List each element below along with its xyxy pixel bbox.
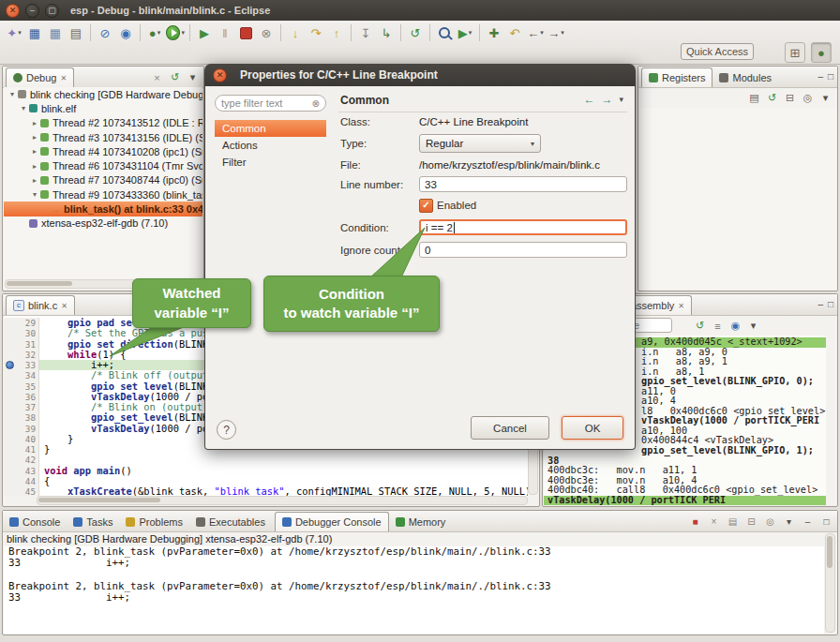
tab-registers[interactable]: Registers [641, 67, 712, 87]
tree-expander-icon[interactable]: ▾ [19, 104, 28, 112]
suspend-icon[interactable]: ‖ [216, 23, 234, 42]
tree-expander-icon[interactable]: ▸ [30, 147, 39, 156]
ok-button[interactable]: OK [562, 416, 623, 440]
skip-all-breakpoints-icon[interactable]: ⊘ [96, 23, 114, 42]
debug-tree-item[interactable]: →blink_task() at blink.c:33 0x400db [4, 202, 202, 216]
editor-gutter[interactable] [4, 318, 16, 328]
pin-view-icon[interactable]: ◎ [801, 91, 815, 105]
run-icon[interactable]: ▾ [166, 23, 185, 42]
show-source-icon[interactable]: ≡ [711, 319, 725, 333]
view-menu-icon[interactable]: ▾ [746, 319, 760, 333]
breakpoint-icon[interactable] [6, 361, 14, 369]
dialog-sidebar-item-common[interactable]: Common [215, 120, 326, 137]
restart-icon[interactable]: ↺ [406, 23, 425, 42]
tab-modules[interactable]: Modules [712, 67, 778, 87]
close-icon[interactable]: ✕ [60, 74, 67, 82]
console-vscroll-thumb[interactable] [827, 536, 832, 568]
editor-gutter[interactable] [4, 339, 16, 350]
quick-access-button[interactable]: Quick Access [681, 43, 754, 60]
dialog-close-icon[interactable]: ✕ [213, 68, 227, 82]
section-menu-icon[interactable]: ▾ [619, 95, 623, 104]
collapse-all-icon[interactable]: ⊟ [783, 91, 797, 105]
close-icon[interactable]: ✕ [61, 302, 68, 310]
pin-console-icon[interactable]: ◎ [763, 515, 777, 529]
refresh-registers-icon[interactable]: ↺ [765, 91, 779, 105]
tree-expander-icon[interactable]: ▸ [30, 133, 39, 142]
editor-gutter[interactable] [4, 360, 16, 370]
help-button[interactable]: ? [217, 420, 236, 440]
remove-all-terminated-icon[interactable]: × [150, 70, 164, 84]
console-output[interactable]: Breakpoint 2, blink_task (pvParameter=0x… [4, 546, 824, 634]
dialog-sidebar-item-actions[interactable]: Actions [215, 137, 326, 154]
window-minimize-icon[interactable]: – [25, 4, 39, 18]
editor-gutter[interactable] [4, 350, 16, 360]
clear-console-icon[interactable]: ▤ [726, 515, 740, 529]
tree-expander-icon[interactable]: ▾ [8, 90, 17, 98]
minimize-view-icon[interactable]: – [818, 299, 823, 309]
forward-icon[interactable]: →▾ [547, 23, 565, 42]
minimize-view-icon[interactable]: – [801, 515, 815, 529]
debug-tree[interactable]: ▾blink checking [GDB Hardware Debug▾blin… [4, 87, 202, 279]
tab-blink-c[interactable]: c blink.c ✕ [6, 295, 75, 315]
clear-filter-icon[interactable]: ⊗ [312, 98, 320, 109]
enabled-checkbox[interactable]: ✓ [419, 199, 433, 213]
tree-expander-icon[interactable]: ▸ [30, 162, 39, 171]
tab-tasks[interactable]: Tasks [67, 512, 119, 531]
editor-gutter[interactable] [4, 434, 16, 444]
maximize-view-icon[interactable]: □ [828, 71, 833, 82]
editor-gutter[interactable] [4, 412, 16, 423]
tree-expander-icon[interactable]: ▾ [30, 190, 39, 199]
step-return-icon[interactable]: ↑ [327, 23, 346, 42]
editor-gutter[interactable] [4, 370, 16, 381]
tab-debugger-console[interactable]: Debugger Console [275, 512, 389, 531]
drop-to-frame-icon[interactable]: ↧ [356, 23, 375, 42]
type-dropdown[interactable]: Regular ▾ [419, 134, 541, 153]
external-tools-icon[interactable]: ▶▾ [456, 23, 474, 42]
back-icon[interactable]: ←▾ [526, 23, 545, 42]
registers-content[interactable] [639, 108, 836, 290]
debug-tree-item[interactable]: xtensa-esp32-elf-gdb (7.10) [4, 216, 202, 231]
editor-gutter[interactable] [4, 476, 16, 486]
disconnect-icon[interactable]: ⊗ [257, 23, 276, 42]
editor-gutter[interactable] [4, 424, 16, 434]
editor-gutter[interactable] [4, 392, 16, 402]
debug-tree-item[interactable]: ▾blink.elf [4, 101, 202, 115]
restart-session-icon[interactable]: ↺ [168, 70, 182, 84]
editor-gutter[interactable] [4, 455, 16, 465]
remove-launch-icon[interactable]: × [707, 515, 721, 529]
debug-tree-item[interactable]: ▾blink checking [GDB Hardware Debug [4, 87, 202, 101]
tab-memory[interactable]: Memory [389, 512, 453, 531]
resume-icon[interactable]: ▶ [195, 23, 214, 42]
forward-icon[interactable]: → [601, 93, 612, 106]
track-expression-icon[interactable]: ◉ [728, 319, 742, 333]
debug-perspective-icon[interactable]: ● [811, 42, 832, 63]
maximize-view-icon[interactable]: □ [819, 515, 833, 529]
tab-problems[interactable]: Problems [119, 512, 188, 531]
open-perspective-icon[interactable]: ⊞ [785, 42, 805, 63]
debug-tree-item[interactable]: ▸Thread #6 1073431104 (Tmr Svc) (S [4, 158, 202, 172]
minimize-view-icon[interactable]: – [818, 71, 823, 82]
step-over-icon[interactable]: ↷ [307, 23, 325, 42]
scroll-lock-icon[interactable]: ⊟ [744, 515, 758, 529]
window-maximize-icon[interactable]: ▢ [45, 4, 59, 18]
save-all-icon[interactable]: ▦ [46, 23, 65, 42]
editor-gutter[interactable] [4, 444, 16, 455]
last-edit-location-icon[interactable]: ↶ [505, 23, 524, 42]
debug-tree-item[interactable]: ▸Thread #7 1073408744 (ipc0) (Susp [4, 173, 202, 187]
cancel-button[interactable]: Cancel [471, 416, 549, 440]
tab-console[interactable]: Console [3, 512, 67, 531]
view-menu-icon[interactable]: ▾ [818, 91, 832, 105]
sync-with-stack-icon[interactable]: ↺ [693, 319, 707, 333]
back-icon[interactable]: ← [583, 93, 594, 106]
terminate-icon[interactable] [236, 23, 255, 42]
terminate-icon[interactable]: ■ [688, 515, 702, 529]
debug-tree-item[interactable]: ▸Thread #3 1073413156 (IDLE) (Susp [4, 130, 202, 144]
close-icon[interactable]: ✕ [678, 302, 684, 310]
save-icon[interactable]: ▦ [25, 23, 44, 42]
instruction-stepping-icon[interactable]: ↳ [377, 23, 396, 42]
tree-expander-icon[interactable]: ▸ [30, 176, 39, 185]
tab-executables[interactable]: Executables [189, 512, 272, 531]
debug-icon[interactable]: ●▾ [145, 23, 164, 42]
line-number-input[interactable]: 33 [419, 176, 627, 192]
editor-gutter[interactable] [4, 381, 16, 392]
